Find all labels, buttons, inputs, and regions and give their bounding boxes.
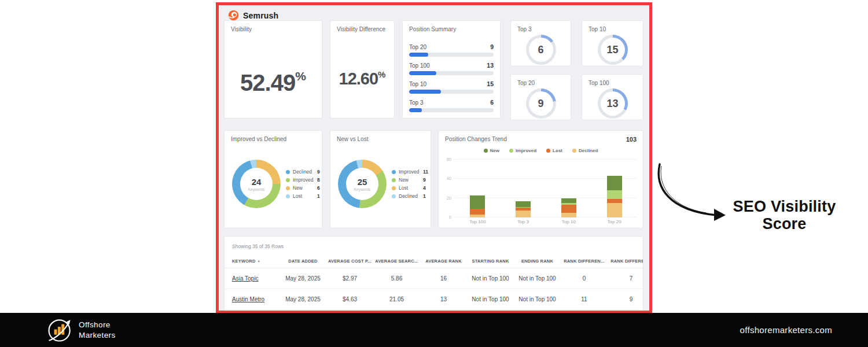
y-axis-tick-label: 60 xyxy=(447,157,451,162)
donut-center-label: Keywords xyxy=(354,187,371,191)
card-title: Visibility xyxy=(225,21,322,32)
keyword-link[interactable]: Asia Topic xyxy=(232,275,258,282)
table-cell: 5.86 xyxy=(373,268,420,289)
table-cell: Not in Top 100 xyxy=(467,268,514,289)
stacked-bar xyxy=(561,198,576,217)
position-summary-list: Top 209Top 10013Top 1015Top 36 xyxy=(409,38,494,112)
position-summary-item: Top 36 xyxy=(409,99,494,112)
card-title: Improved vs Declined xyxy=(225,131,322,142)
legend-label: Lost xyxy=(553,148,562,153)
table-row: Asia TopicMay 28, 2025$2.975.8616Not in … xyxy=(225,268,643,289)
table-cell: 13 xyxy=(420,289,467,309)
keyword-cell: Austin Metro xyxy=(225,289,279,309)
card-title: Position Changes Trend xyxy=(439,131,643,142)
table-column-header[interactable]: KEYWORD▲ xyxy=(225,254,279,268)
position-summary-item: Top 10013 xyxy=(409,62,494,75)
footer-brand-text: Offshore Marketers xyxy=(79,320,116,340)
legend-dot-icon xyxy=(392,178,396,182)
legend-item: New9 xyxy=(392,177,431,183)
legend-dot-icon xyxy=(286,186,290,190)
table-cell: May 28, 2025 xyxy=(279,268,326,289)
stacked-bar xyxy=(516,201,531,217)
semrush-logo-icon xyxy=(228,10,239,21)
x-axis-tick-label: Top 100 xyxy=(460,219,495,224)
legend-dot-icon xyxy=(546,149,550,153)
bar-segment xyxy=(516,211,531,217)
legend-dot-icon xyxy=(392,186,396,190)
card-title: Position Summary xyxy=(403,21,500,32)
table-cell: 16 xyxy=(420,268,467,289)
offshore-marketers-logo: Offshore Marketers xyxy=(46,316,116,344)
donut-chart: 24 Keywords xyxy=(232,160,281,208)
bar-segment xyxy=(470,209,485,215)
annotation-line2: Score xyxy=(722,215,847,232)
visibility-value: 52.49% xyxy=(225,69,322,96)
legend-item: Improved11 xyxy=(392,169,431,175)
legend-value: 8 xyxy=(317,177,320,183)
bar-segment xyxy=(607,176,622,190)
gauge-ring: 15 xyxy=(598,35,628,65)
position-summary-value: 15 xyxy=(487,80,494,87)
progress-bar xyxy=(409,53,494,57)
x-axis-tick-label: Top 20 xyxy=(597,219,632,224)
legend-item: Improved8 xyxy=(286,177,322,183)
gauge-ring: 9 xyxy=(526,88,556,119)
table-cell: 21.05 xyxy=(373,289,420,309)
top3-gauge-card: Top 3 6 xyxy=(510,20,571,67)
legend-item: New6 xyxy=(286,185,322,191)
legend-item: Declined9 xyxy=(286,169,322,175)
keyword-link[interactable]: Austin Metro xyxy=(232,296,264,302)
table-cell: 9 xyxy=(608,289,643,309)
card-title: New vs Lost xyxy=(330,131,431,142)
table-cell: Not in Top 100 xyxy=(514,268,561,289)
annotation-line1: SEO Visibility xyxy=(722,198,847,215)
progress-bar xyxy=(409,108,494,112)
stacked-bar xyxy=(607,176,622,217)
table-column-header[interactable]: AVERAGE COST P... xyxy=(326,254,373,268)
table-column-header[interactable]: AVERAGE RANK xyxy=(420,254,467,268)
table-cell: $2.97 xyxy=(326,268,373,289)
legend-item: New xyxy=(484,148,499,153)
legend-value: 11 xyxy=(423,169,428,175)
footer-brand-line1: Offshore xyxy=(79,320,116,330)
visibility-card: Visibility 52.49% xyxy=(224,20,322,119)
legend-dot-icon xyxy=(392,170,396,174)
table-column-header[interactable]: STARTING RANK xyxy=(467,254,514,268)
table-cell: 0 xyxy=(561,268,608,289)
new-vs-lost-card: New vs Lost 25 Keywords Improved11New9Lo… xyxy=(330,130,431,228)
legend-item: Lost4 xyxy=(392,185,431,191)
trend-total-value: 103 xyxy=(626,136,637,143)
dashboard-header: Semrush xyxy=(228,10,278,21)
table-column-header[interactable]: RANK DIFFEREN... xyxy=(608,254,643,268)
offshore-logo-icon xyxy=(46,316,73,344)
top100-gauge-card: Top 100 13 xyxy=(582,74,643,120)
table-column-header[interactable]: DATE ADDED xyxy=(279,254,326,268)
legend-label: Lost xyxy=(293,193,317,199)
position-summary-item: Top 1015 xyxy=(409,80,494,94)
keyword-cell: Asia Topic xyxy=(225,268,279,289)
legend-dot-icon xyxy=(572,149,576,153)
position-summary-value: 6 xyxy=(490,99,494,106)
legend-value: 1 xyxy=(423,193,426,199)
legend-label: New xyxy=(399,177,423,183)
table-column-header[interactable]: AVERAGE SEARC... xyxy=(373,254,420,268)
position-summary-label: Top 100 xyxy=(409,62,430,69)
bar-segment xyxy=(561,205,576,212)
visibility-difference-card: Visibility Difference 12.60% xyxy=(330,20,395,119)
legend-dot-icon xyxy=(286,170,290,174)
legend-item: Declined xyxy=(572,148,598,153)
gauge-value: 6 xyxy=(538,44,543,56)
legend-dot-icon xyxy=(509,149,513,153)
bar-segment xyxy=(607,190,622,199)
table-column-header[interactable]: RANK DIFFEREN... xyxy=(561,254,608,268)
footer-website-url: offshoremarketers.com xyxy=(740,325,832,335)
table-column-header[interactable]: ENDING RANK xyxy=(514,254,561,268)
donut-chart: 25 Keywords xyxy=(338,160,387,208)
card-title: Top 10 xyxy=(582,21,643,32)
legend-dot-icon xyxy=(484,149,488,153)
stacked-bar xyxy=(470,195,485,217)
improved-vs-declined-card: Improved vs Declined 24 Keywords Decline… xyxy=(224,130,322,228)
donut-center-value: 25 xyxy=(358,177,367,187)
trend-legend: NewImprovedLostDeclined xyxy=(439,148,643,153)
card-title: Top 100 xyxy=(582,75,643,86)
